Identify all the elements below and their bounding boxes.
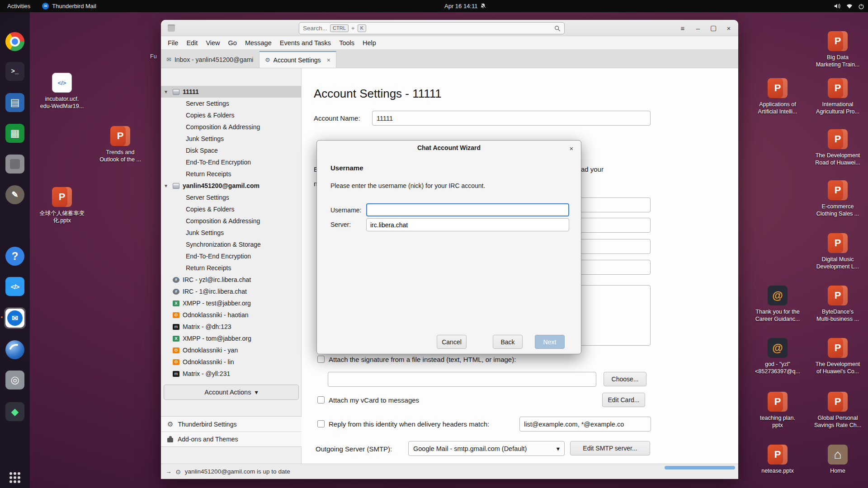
help-icon[interactable]: ? [4,245,26,267]
menu-file[interactable]: File [164,36,182,49]
menu-events-tasks[interactable]: Events and Tasks [276,36,335,49]
attach-signature-file-checkbox[interactable] [317,356,325,363]
reply-headers-input[interactable] [519,417,651,432]
tree-item[interactable]: End-To-End Encryption [161,250,301,262]
desktop-icon-bytedance[interactable]: PByteDance's Multi-business ... [811,286,865,323]
global-search-bar[interactable]: Search... CTRL + K [299,22,565,34]
app-menu-button[interactable]: ≡ [677,22,689,34]
tree-item[interactable]: End-To-End Encryption [161,156,301,168]
maximize-button[interactable]: ▢ [708,22,719,34]
desktop-icon-digital-music[interactable]: PDigital Music Development L... [811,233,865,270]
terminal-icon[interactable]: >_ [4,61,26,82]
desktop-icon-huawei-co[interactable]: PThe Development of Huawei's Co... [811,338,865,375]
tree-item[interactable]: Composition & Addressing [161,121,301,133]
back-button[interactable]: Back [493,335,523,349]
gimp-icon[interactable] [4,184,26,206]
desktop-icon-savings-cn[interactable]: P 全球个人储蓄率变 化.pptx [35,187,89,224]
system-status-area[interactable] [834,0,864,12]
vscode-icon[interactable]: </> [4,276,26,297]
account-name-input[interactable] [372,111,651,126]
smtp-server-select[interactable]: Google Mail - smtp.gmail.com (Default) ▾ [408,441,565,456]
files-icon[interactable] [4,153,26,175]
app-grid-icon[interactable] [9,472,12,475]
horizontal-scrollbar-thumb[interactable] [665,466,735,469]
tree-xmpp-account[interactable]: XMPP - test@jabber.org [161,297,301,309]
software-icon[interactable] [4,401,26,422]
desktop-icon-teaching-plan[interactable]: Pteaching plan. pptx [750,392,805,429]
close-tab-icon[interactable]: × [327,56,330,64]
tree-item[interactable]: Copies & Folders [161,203,301,215]
desktop-icon-applications-ai[interactable]: PApplications of Artificial Intelli... [750,78,805,115]
tree-item[interactable]: Server Settings [161,98,301,109]
reply-identity-checkbox[interactable] [317,420,325,427]
clock-menu[interactable]: Apr 16 14:11 [444,0,486,12]
tree-item[interactable]: Copies & Folders [161,109,301,121]
desktop-icon-netease[interactable]: Pnetease.pptx [750,445,805,474]
menu-message[interactable]: Message [241,36,276,49]
tree-odnoklassniki-account[interactable]: Odnoklassniki - lin [161,356,301,368]
tree-item[interactable]: Server Settings [161,192,301,203]
edit-card-button[interactable]: Edit Card... [602,393,645,407]
writer-icon[interactable] [4,92,26,113]
tree-item[interactable]: Junk Settings [161,133,301,145]
focused-app-menu[interactable]: Thunderbird Mail [38,3,101,9]
choose-file-button[interactable]: Choose... [604,372,646,386]
matrix-icon [173,371,179,377]
tree-xmpp-account[interactable]: XMPP - tom@jabber.org [161,333,301,344]
attach-vcard-label: Attach my vCard to messages [329,396,419,404]
tree-item[interactable]: Return Receipts [161,168,301,180]
desktop-icon-global-savings[interactable]: PGlobal Personal Savings Rate Ch... [811,392,865,429]
tree-item[interactable]: Synchronization & Storage [161,239,301,250]
server-input[interactable] [366,218,569,231]
thunderbird-settings-button[interactable]: ⚙ Thunderbird Settings [161,417,302,432]
menu-go[interactable]: Go [224,36,241,49]
account-actions-button[interactable]: Account Actions ▾ [164,385,299,400]
caret-icon[interactable]: ▾ [165,183,173,189]
tree-odnoklassniki-account[interactable]: Odnoklassniki - haotian [161,309,301,321]
chrome-icon[interactable] [4,31,26,52]
cancel-button[interactable]: Cancel [437,335,467,349]
desktop-icon-god-yzl-mail[interactable]: @god - "yzl" <852736397@q... [750,338,805,375]
desktop-icon-huawei-road[interactable]: PThe Development Road of Huawei... [811,129,865,166]
menu-help[interactable]: Help [359,36,380,49]
next-button[interactable]: Next [535,335,565,349]
tree-item[interactable]: Disk Space [161,145,301,156]
tab-inbox[interactable]: ✉ Inbox - yanlin451200@gamil. [161,51,259,68]
browser-icon[interactable] [4,339,26,361]
menu-tools[interactable]: Tools [335,36,359,49]
tree-matrix-account[interactable]: Matrix - @dh:123 [161,321,301,333]
desktop-icon-trends[interactable]: P Trends and Outlook of the ... [93,126,147,163]
addons-themes-button[interactable]: Add-ons and Themes [161,432,302,446]
menu-view[interactable]: View [202,36,224,49]
desktop-icon-bigdata[interactable]: PBig Data Marketing Train... [811,31,865,68]
activities-button[interactable]: Activities [0,0,38,12]
desktop-icon-home[interactable]: ⌂Home [811,445,865,474]
username-input[interactable] [366,203,569,216]
signature-file-input[interactable] [328,372,596,387]
tree-account-gmail[interactable]: ▾yanlin451200@gamil.com [161,180,301,192]
tree-item[interactable]: Return Receipts [161,262,301,274]
caret-icon[interactable]: ▾ [165,89,173,95]
tree-item[interactable]: Junk Settings [161,227,301,239]
window-titlebar[interactable]: Search... CTRL + K ≡ – ▢ × [161,20,738,36]
desktop-icon-incubator[interactable]: </> incubator.ucf. edu-WedMar19... [35,73,89,110]
tree-irc-account[interactable]: IRC - yzl@irc.libera.chat [161,274,301,286]
calc-icon[interactable] [4,122,26,144]
desktop-icon-intl-agricultural[interactable]: PInternational Agricultural Pro... [811,78,865,115]
minimize-button[interactable]: – [692,22,704,34]
tree-matrix-account[interactable]: Matrix - @yll:231 [161,368,301,380]
menu-edit[interactable]: Edit [182,36,202,49]
desktop-icon-ecommerce[interactable]: PE-commerce Clothing Sales ... [811,180,865,217]
tree-item[interactable]: Composition & Addressing [161,215,301,227]
thunderbird-icon[interactable] [4,307,26,329]
tab-account-settings[interactable]: ⚙ Account Settings × [259,51,336,68]
tree-irc-account[interactable]: IRC - 1@irc.libera.chat [161,286,301,297]
attach-vcard-checkbox[interactable] [317,396,325,404]
desktop-icon-thankyou-mail[interactable]: @Thank you for the Career Guidanc... [750,286,805,323]
tree-account-11111[interactable]: ▾11111 [161,86,301,98]
tree-odnoklassniki-account[interactable]: Odnoklassniki - yan [161,344,301,356]
close-dialog-icon[interactable]: × [566,143,576,153]
edit-smtp-button[interactable]: Edit SMTP server... [570,441,650,455]
close-window-button[interactable]: × [723,22,735,34]
disks-icon[interactable] [4,369,26,391]
